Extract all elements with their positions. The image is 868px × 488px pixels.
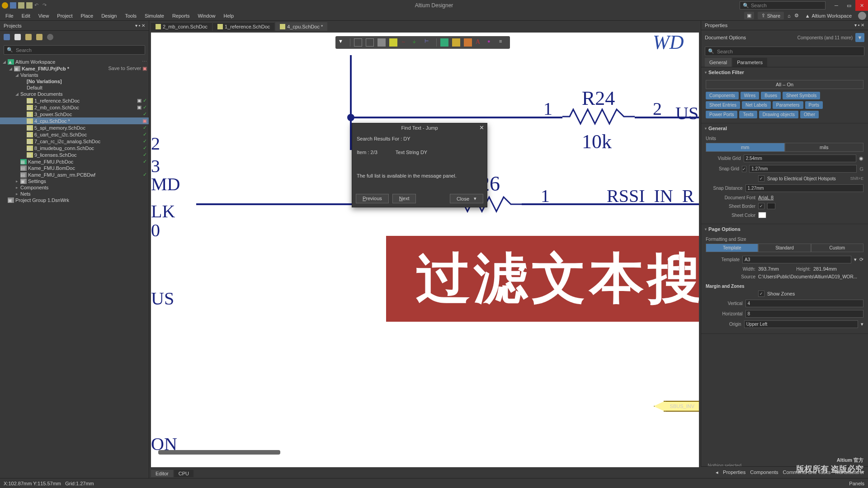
tool-rect[interactable]: [366, 38, 374, 47]
share-button[interactable]: ⇪Share: [758, 12, 784, 19]
tree-pcb[interactable]: ▦Kame_FMU.PcbDoc✓: [0, 158, 149, 165]
new-icon[interactable]: [14, 34, 21, 40]
settings-icon[interactable]: [47, 34, 53, 40]
tree-workspace[interactable]: ◢▲Altium Workspace⋯: [0, 58, 149, 65]
filter-chip[interactable]: Sheet Symbols: [783, 92, 820, 99]
tool-more[interactable]: ≡: [499, 38, 507, 47]
tree-bom[interactable]: ▤Kame_FMU.BomDoc: [0, 165, 149, 171]
menu-tools[interactable]: Tools: [121, 12, 140, 19]
tool-wire[interactable]: ～: [401, 38, 409, 47]
tree-components[interactable]: ▸Components: [0, 184, 149, 191]
menu-edit[interactable]: Edit: [18, 12, 34, 19]
tool-color[interactable]: [389, 38, 397, 47]
home-icon[interactable]: ⌂: [788, 13, 791, 19]
save-icon[interactable]: [10, 2, 16, 9]
visibility-icon[interactable]: ◉: [859, 155, 863, 161]
filter-chip[interactable]: Sheet Entries: [706, 101, 740, 109]
filter-icon[interactable]: ▼: [338, 38, 346, 47]
filter-chip[interactable]: Parameters: [773, 101, 803, 109]
filter-chip[interactable]: Wires: [741, 92, 760, 99]
snap-grid-check[interactable]: ✓: [742, 166, 746, 172]
vertical-input[interactable]: [745, 300, 863, 307]
tree-no-variations[interactable]: [No Variations]: [0, 78, 149, 84]
tab[interactable]: 2_mb_conn.SchDoc: [151, 22, 212, 31]
tool-sheet[interactable]: [440, 38, 448, 47]
tab-active[interactable]: 4_cpu.SchDoc *: [275, 22, 327, 31]
filter-chip[interactable]: Net Labels: [742, 101, 771, 109]
previous-button[interactable]: Previous: [356, 194, 389, 203]
tool-gnd[interactable]: ⏚: [413, 38, 421, 47]
editor-tab[interactable]: Editor: [151, 470, 173, 477]
schematic-canvas[interactable]: ▼ ～ ⏚ ⊢ A ● ≡ WD SWDCLK: [151, 33, 699, 467]
menu-place[interactable]: Place: [77, 12, 97, 19]
units-toggle[interactable]: mmmils: [706, 143, 863, 152]
tool-align[interactable]: [377, 38, 386, 47]
filter-toggle[interactable]: ▼: [855, 33, 864, 42]
snap-hotspots-check[interactable]: ✓: [758, 175, 764, 182]
tool-net[interactable]: ⊢: [425, 38, 433, 47]
footer-tab[interactable]: Components: [750, 469, 778, 475]
new-folder-icon[interactable]: [25, 34, 32, 40]
footer-tab[interactable]: Properties: [723, 469, 745, 475]
tool-port[interactable]: [452, 38, 460, 47]
top-search[interactable]: 🔍 Search: [740, 1, 826, 9]
open-folder-icon[interactable]: [36, 34, 42, 40]
all-on-toggle[interactable]: All – On: [706, 80, 863, 89]
filter-chip[interactable]: Ports: [805, 101, 823, 109]
close-button[interactable]: Close▾: [450, 194, 483, 203]
snap-distance-input[interactable]: [745, 184, 863, 192]
tool-text[interactable]: A: [476, 38, 484, 47]
next-button[interactable]: Next: [392, 194, 416, 203]
template-select[interactable]: [742, 256, 851, 263]
menu-design[interactable]: Design: [98, 12, 120, 19]
undo-icon[interactable]: ↶: [34, 2, 41, 9]
tree-doc[interactable]: ▤8_imudebug_conn.SchDoc✓: [0, 145, 149, 151]
tab-parameters[interactable]: Parameters: [732, 58, 767, 67]
footer-tab[interactable]: Manufacturer: [835, 469, 864, 475]
user-avatar[interactable]: [858, 12, 866, 20]
visible-grid-input[interactable]: [744, 155, 856, 162]
folder-icon[interactable]: [26, 2, 33, 9]
tree-doc[interactable]: ▤1_reference.SchDoc▣ ✓: [0, 97, 149, 104]
dropdown-icon[interactable]: ▾: [861, 321, 863, 327]
border-color[interactable]: [767, 203, 775, 209]
tree-doc[interactable]: ▤6_uart_esc_i2c.SchDoc✓: [0, 131, 149, 138]
tree-variants[interactable]: ◢Variants: [0, 72, 149, 78]
tree-asm[interactable]: ▤Kame_FMU_asm_rm.PCBDwf✓: [0, 171, 149, 178]
tree-doc[interactable]: ▤5_spi_memory.SchDoc✓: [0, 124, 149, 131]
origin-select[interactable]: [744, 320, 858, 328]
filter-chip[interactable]: Components: [706, 92, 739, 99]
properties-search[interactable]: 🔍 Search: [705, 47, 864, 56]
menu-project[interactable]: Project: [53, 12, 76, 19]
tab-general[interactable]: General: [705, 58, 731, 67]
menu-help[interactable]: Help: [220, 12, 238, 19]
gear-icon[interactable]: ⚙: [794, 13, 799, 19]
tool-harness[interactable]: [464, 38, 472, 47]
redo-icon[interactable]: ↷: [42, 2, 49, 9]
projects-search[interactable]: 🔍 Search: [4, 45, 145, 55]
filter-chip[interactable]: Buses: [761, 92, 781, 99]
format-toggle[interactable]: TemplateStandardCustom: [706, 244, 863, 252]
tree-nets[interactable]: ▸Nets: [0, 191, 149, 197]
menu-file[interactable]: File: [2, 12, 17, 19]
cloud-icon[interactable]: ▣: [744, 12, 754, 19]
snap-grid-input[interactable]: [749, 165, 857, 173]
tree-default[interactable]: Default: [0, 84, 149, 91]
tree-settings[interactable]: ▸▣Settings: [0, 178, 149, 184]
workspace-button[interactable]: ▲Altium Workspace: [802, 12, 854, 19]
horizontal-input[interactable]: [745, 310, 863, 318]
maximize-button[interactable]: ▭: [843, 0, 855, 11]
minimize-button[interactable]: ─: [830, 0, 843, 11]
show-zones-check[interactable]: ✓: [758, 291, 764, 297]
panel-controls[interactable]: ▾ ▪ ✕: [135, 23, 145, 28]
tool-dot[interactable]: ●: [487, 38, 495, 47]
menu-window[interactable]: Window: [194, 12, 219, 19]
footer-scroll-left[interactable]: ◂: [716, 469, 718, 475]
filter-chip[interactable]: Other: [800, 111, 819, 118]
horizontal-scrollbar[interactable]: [158, 450, 280, 455]
filter-chip[interactable]: Texts: [739, 111, 757, 118]
reload-icon[interactable]: ⟳: [859, 257, 863, 263]
tab[interactable]: 1_reference.SchDoc: [213, 22, 274, 31]
tree-doc[interactable]: ▤2_mb_conn.SchDoc▣ ✓: [0, 104, 149, 111]
tree-group[interactable]: ▣Project Group 1.DsnWrk: [0, 197, 149, 203]
